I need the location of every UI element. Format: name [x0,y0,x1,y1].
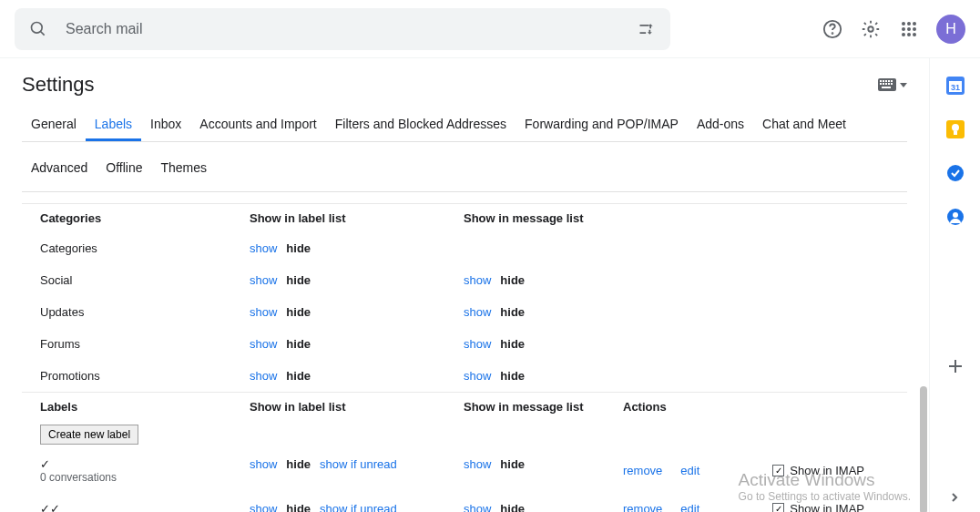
tab-accounts-and-import[interactable]: Accounts and Import [190,109,325,141]
contacts-icon[interactable] [946,208,965,226]
side-panel: 31 [929,58,980,512]
show-if-unread-link[interactable]: show if unread [320,457,397,471]
show-link[interactable]: show [250,241,277,255]
imap-label: Show in IMAP [790,502,864,512]
col-header-show-msg2: Show in message list [464,392,623,421]
hide-link[interactable]: hide [500,369,525,383]
scrollbar[interactable] [920,386,927,512]
show-link[interactable]: show [464,369,491,383]
svg-rect-20 [880,83,882,85]
tab-labels[interactable]: Labels [86,109,141,141]
svg-point-11 [902,33,905,36]
svg-point-3 [832,33,833,34]
hide-link[interactable]: hide [286,305,311,319]
svg-point-0 [32,22,43,33]
msg-list-toggle: showhide [464,328,623,360]
hide-link[interactable]: hide [500,337,525,351]
hide-link[interactable]: hide [286,457,311,471]
hide-link[interactable]: hide [286,273,311,287]
svg-point-9 [907,27,911,31]
col-header-categories: Categories [22,203,250,232]
tab-add-ons[interactable]: Add-ons [688,109,753,141]
svg-point-34 [953,212,958,218]
svg-rect-18 [888,80,890,82]
category-name: Updates [22,296,250,328]
col-header-show-label: Show in label list [250,203,464,232]
chevron-right-icon[interactable] [945,488,964,507]
show-link[interactable]: show [464,457,491,471]
edit-link[interactable]: edit [680,502,699,512]
settings-gear-icon[interactable] [860,18,882,40]
show-if-unread-link[interactable]: show if unread [320,502,397,512]
show-link[interactable]: show [250,305,277,319]
tab-chat-and-meet[interactable]: Chat and Meet [753,109,855,141]
remove-link[interactable]: remove [623,464,662,477]
show-link[interactable]: show [250,369,277,383]
create-label-button[interactable]: Create new label [40,425,138,445]
settings-tabs-row2: AdvancedOfflineThemes [22,153,907,192]
svg-rect-22 [885,83,887,85]
show-link[interactable]: show [464,273,491,287]
hide-link[interactable]: hide [500,502,525,512]
svg-point-6 [907,22,911,26]
imap-label: Show in IMAP [790,464,864,477]
hide-link[interactable]: hide [500,305,525,319]
tab-filters-and-blocked-addresses[interactable]: Filters and Blocked Addresses [326,109,516,141]
show-link[interactable]: show [464,337,491,351]
hide-link[interactable]: hide [286,241,311,255]
hide-link[interactable]: hide [500,273,525,287]
svg-point-8 [902,27,905,31]
input-tools-toggle[interactable] [878,78,907,91]
tab-advanced[interactable]: Advanced [22,153,97,182]
hide-link[interactable]: hide [286,502,311,512]
help-icon[interactable] [822,18,843,40]
search-input[interactable] [66,21,636,37]
svg-point-10 [913,27,916,31]
edit-link[interactable]: edit [680,464,699,477]
svg-point-7 [913,22,916,26]
tasks-icon[interactable] [946,164,965,182]
tab-general[interactable]: General [22,109,86,141]
page-title: Settings [22,73,95,97]
hide-link[interactable]: hide [286,369,311,383]
svg-rect-23 [888,83,890,85]
tab-forwarding-and-pop-imap[interactable]: Forwarding and POP/IMAP [516,109,688,141]
search-box[interactable] [15,8,670,50]
tab-offline[interactable]: Offline [97,153,151,182]
search-icon [27,18,49,40]
category-name: Categories [22,232,250,264]
tab-inbox[interactable]: Inbox [141,109,190,141]
col-header-show-msg: Show in message list [464,203,623,232]
show-link[interactable]: show [250,457,277,471]
hide-link[interactable]: hide [500,457,525,471]
svg-line-1 [41,31,45,35]
show-link[interactable]: show [250,337,277,351]
account-avatar[interactable]: H [936,15,965,44]
show-link[interactable]: show [250,273,277,287]
imap-checkbox[interactable]: ✓ [772,503,784,512]
add-panel-icon[interactable] [946,357,965,375]
show-link[interactable]: show [250,502,277,512]
category-name: Forums [22,328,250,360]
show-link[interactable]: show [464,502,491,512]
remove-link[interactable]: remove [623,502,662,512]
apps-grid-icon[interactable] [898,18,920,40]
keep-icon[interactable] [946,120,965,138]
svg-rect-24 [891,83,893,85]
svg-rect-17 [885,80,887,82]
category-name: Promotions [22,360,250,392]
msg-list-toggle [464,232,623,264]
svg-rect-15 [880,80,882,82]
calendar-icon[interactable]: 31 [946,77,965,95]
label-list-toggle: showhide [250,328,464,360]
svg-rect-21 [883,83,884,85]
hide-link[interactable]: hide [286,337,311,351]
search-options-icon[interactable] [636,18,658,40]
label-list-toggle: showhide [250,264,464,296]
svg-point-12 [907,33,911,36]
category-name: Social [22,264,250,296]
tab-themes[interactable]: Themes [152,153,217,182]
col-header-show-label2: Show in label list [250,392,464,421]
show-link[interactable]: show [464,305,491,319]
imap-checkbox[interactable]: ✓ [772,465,784,476]
